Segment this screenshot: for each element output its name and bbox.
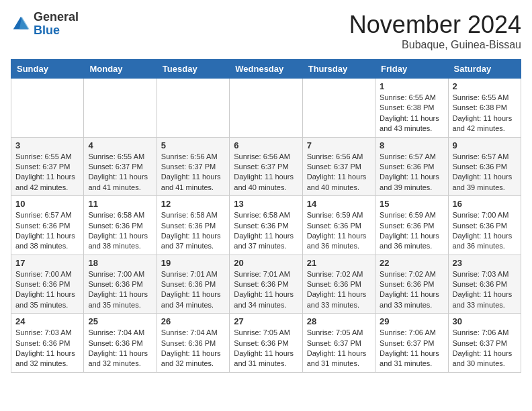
day-info: Sunrise: 6:57 AMSunset: 6:36 PMDaylight:…	[15, 210, 79, 252]
day-number: 2	[453, 81, 517, 91]
day-number: 15	[380, 199, 443, 209]
calendar-day-cell	[84, 79, 157, 138]
calendar-day-cell: 16Sunrise: 7:00 AMSunset: 6:36 PMDayligh…	[448, 196, 521, 255]
day-number: 25	[88, 316, 152, 326]
calendar-table: SundayMondayTuesdayWednesdayThursdayFrid…	[11, 59, 521, 373]
day-info: Sunrise: 7:05 AMSunset: 6:37 PMDaylight:…	[307, 328, 371, 369]
day-info: Sunrise: 6:58 AMSunset: 6:36 PMDaylight:…	[161, 210, 225, 252]
calendar-day-cell: 26Sunrise: 7:04 AMSunset: 6:36 PMDayligh…	[157, 314, 229, 373]
day-number: 14	[307, 199, 371, 209]
day-number: 29	[380, 316, 443, 326]
logo-text: General Blue	[34, 11, 79, 38]
day-number: 19	[161, 258, 225, 268]
day-info: Sunrise: 7:01 AMSunset: 6:36 PMDaylight:…	[161, 269, 225, 311]
calendar-day-cell: 8Sunrise: 6:57 AMSunset: 6:36 PMDaylight…	[375, 137, 448, 196]
day-number: 22	[380, 258, 443, 268]
day-number: 7	[307, 140, 371, 150]
calendar-week-row: 3Sunrise: 6:55 AMSunset: 6:37 PMDaylight…	[11, 137, 521, 196]
day-number: 17	[15, 258, 79, 268]
day-number: 12	[161, 199, 225, 209]
day-info: Sunrise: 6:55 AMSunset: 6:38 PMDaylight:…	[453, 93, 517, 134]
calendar-weekday-header: Tuesday	[157, 60, 229, 79]
calendar-day-cell: 2Sunrise: 6:55 AMSunset: 6:38 PMDaylight…	[448, 79, 521, 138]
day-number: 30	[453, 316, 517, 326]
calendar-week-row: 1Sunrise: 6:55 AMSunset: 6:38 PMDaylight…	[11, 79, 521, 138]
calendar-day-cell: 20Sunrise: 7:01 AMSunset: 6:36 PMDayligh…	[230, 255, 302, 314]
calendar-day-cell: 25Sunrise: 7:04 AMSunset: 6:36 PMDayligh…	[84, 314, 157, 373]
day-info: Sunrise: 6:59 AMSunset: 6:36 PMDaylight:…	[380, 210, 443, 252]
day-number: 5	[161, 140, 225, 150]
day-info: Sunrise: 7:04 AMSunset: 6:36 PMDaylight:…	[161, 328, 225, 369]
page-header: General Blue November 2024 Bubaque, Guin…	[11, 11, 521, 51]
calendar-day-cell: 12Sunrise: 6:58 AMSunset: 6:36 PMDayligh…	[157, 196, 229, 255]
day-number: 3	[15, 140, 79, 150]
day-number: 26	[161, 316, 225, 326]
calendar-day-cell	[11, 79, 84, 138]
calendar-weekday-header: Saturday	[448, 60, 521, 79]
calendar-day-cell: 19Sunrise: 7:01 AMSunset: 6:36 PMDayligh…	[157, 255, 229, 314]
calendar-day-cell: 3Sunrise: 6:55 AMSunset: 6:37 PMDaylight…	[11, 137, 84, 196]
day-info: Sunrise: 7:05 AMSunset: 6:36 PMDaylight:…	[234, 328, 298, 369]
day-info: Sunrise: 6:57 AMSunset: 6:36 PMDaylight:…	[453, 152, 517, 193]
calendar-day-cell: 22Sunrise: 7:02 AMSunset: 6:36 PMDayligh…	[375, 255, 448, 314]
month-title: November 2024	[349, 11, 521, 39]
day-number: 9	[453, 140, 517, 150]
calendar-day-cell: 15Sunrise: 6:59 AMSunset: 6:36 PMDayligh…	[375, 196, 448, 255]
day-info: Sunrise: 7:06 AMSunset: 6:37 PMDaylight:…	[453, 328, 517, 369]
day-number: 20	[234, 258, 298, 268]
logo-blue: Blue	[34, 24, 60, 37]
day-info: Sunrise: 6:57 AMSunset: 6:36 PMDaylight:…	[380, 152, 443, 193]
day-number: 13	[234, 199, 298, 209]
day-info: Sunrise: 6:55 AMSunset: 6:38 PMDaylight:…	[380, 93, 443, 134]
day-number: 21	[307, 258, 371, 268]
calendar-week-row: 24Sunrise: 7:03 AMSunset: 6:36 PMDayligh…	[11, 314, 521, 373]
calendar-week-row: 17Sunrise: 7:00 AMSunset: 6:36 PMDayligh…	[11, 255, 521, 314]
calendar-day-cell: 24Sunrise: 7:03 AMSunset: 6:36 PMDayligh…	[11, 314, 84, 373]
day-info: Sunrise: 6:58 AMSunset: 6:36 PMDaylight:…	[234, 210, 298, 252]
day-info: Sunrise: 6:56 AMSunset: 6:37 PMDaylight:…	[234, 152, 298, 193]
day-info: Sunrise: 7:02 AMSunset: 6:36 PMDaylight:…	[380, 269, 443, 311]
calendar-day-cell: 7Sunrise: 6:56 AMSunset: 6:37 PMDaylight…	[302, 137, 375, 196]
calendar-day-cell: 13Sunrise: 6:58 AMSunset: 6:36 PMDayligh…	[230, 196, 302, 255]
calendar-weekday-header: Wednesday	[230, 60, 302, 79]
calendar-weekday-header: Sunday	[11, 60, 84, 79]
day-number: 28	[307, 316, 371, 326]
calendar-day-cell: 28Sunrise: 7:05 AMSunset: 6:37 PMDayligh…	[302, 314, 375, 373]
day-number: 4	[88, 140, 152, 150]
calendar-day-cell	[230, 79, 302, 138]
day-info: Sunrise: 6:58 AMSunset: 6:36 PMDaylight:…	[88, 210, 152, 252]
day-info: Sunrise: 6:56 AMSunset: 6:37 PMDaylight:…	[307, 152, 371, 193]
calendar-day-cell: 14Sunrise: 6:59 AMSunset: 6:36 PMDayligh…	[302, 196, 375, 255]
day-info: Sunrise: 7:02 AMSunset: 6:36 PMDaylight:…	[307, 269, 371, 311]
calendar-day-cell: 23Sunrise: 7:03 AMSunset: 6:36 PMDayligh…	[448, 255, 521, 314]
title-block: November 2024 Bubaque, Guinea-Bissau	[349, 11, 521, 51]
calendar-weekday-header: Friday	[375, 60, 448, 79]
day-number: 18	[88, 258, 152, 268]
calendar-day-cell: 6Sunrise: 6:56 AMSunset: 6:37 PMDaylight…	[230, 137, 302, 196]
calendar-day-cell: 21Sunrise: 7:02 AMSunset: 6:36 PMDayligh…	[302, 255, 375, 314]
calendar-day-cell: 1Sunrise: 6:55 AMSunset: 6:38 PMDaylight…	[375, 79, 448, 138]
calendar-day-cell: 17Sunrise: 7:00 AMSunset: 6:36 PMDayligh…	[11, 255, 84, 314]
calendar-day-cell: 5Sunrise: 6:56 AMSunset: 6:37 PMDaylight…	[157, 137, 229, 196]
day-info: Sunrise: 6:59 AMSunset: 6:36 PMDaylight:…	[307, 210, 371, 252]
day-info: Sunrise: 7:00 AMSunset: 6:36 PMDaylight:…	[15, 269, 79, 311]
calendar-weekday-header: Thursday	[302, 60, 375, 79]
calendar-day-cell	[157, 79, 229, 138]
calendar-day-cell: 11Sunrise: 6:58 AMSunset: 6:36 PMDayligh…	[84, 196, 157, 255]
location: Bubaque, Guinea-Bissau	[349, 39, 521, 51]
day-info: Sunrise: 6:55 AMSunset: 6:37 PMDaylight:…	[88, 152, 152, 193]
day-info: Sunrise: 7:04 AMSunset: 6:36 PMDaylight:…	[88, 328, 152, 369]
logo-general: General	[34, 10, 79, 24]
day-number: 27	[234, 316, 298, 326]
day-info: Sunrise: 7:00 AMSunset: 6:36 PMDaylight:…	[453, 210, 517, 252]
calendar-day-cell: 29Sunrise: 7:06 AMSunset: 6:37 PMDayligh…	[375, 314, 448, 373]
day-number: 1	[380, 81, 443, 91]
day-info: Sunrise: 7:00 AMSunset: 6:36 PMDaylight:…	[88, 269, 152, 311]
calendar-header-row: SundayMondayTuesdayWednesdayThursdayFrid…	[11, 60, 521, 79]
calendar-day-cell	[302, 79, 375, 138]
day-number: 6	[234, 140, 298, 150]
calendar-day-cell: 27Sunrise: 7:05 AMSunset: 6:36 PMDayligh…	[230, 314, 302, 373]
calendar-day-cell: 4Sunrise: 6:55 AMSunset: 6:37 PMDaylight…	[84, 137, 157, 196]
calendar-day-cell: 10Sunrise: 6:57 AMSunset: 6:36 PMDayligh…	[11, 196, 84, 255]
day-number: 8	[380, 140, 443, 150]
